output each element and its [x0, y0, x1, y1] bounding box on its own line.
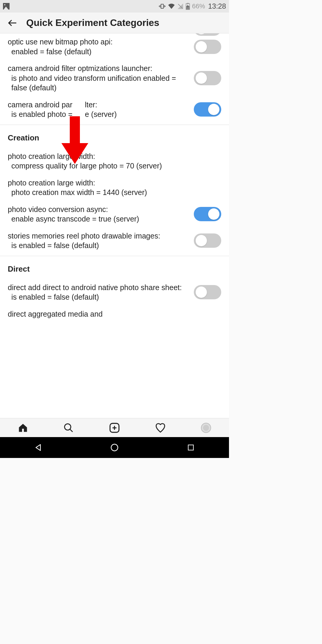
toggle-camera-filter-opt[interactable]	[194, 71, 221, 85]
divider	[0, 256, 229, 256]
nav-add[interactable]	[107, 420, 122, 435]
setting-optic-bitmap[interactable]: optic use new bitmap photo api: enabled …	[0, 33, 229, 60]
setting-direct-aggregated-partial[interactable]: direct aggregated media and	[0, 306, 229, 319]
setting-async-transcode[interactable]: photo video conversion async: enable asy…	[0, 201, 229, 227]
vibrate-icon	[159, 3, 166, 10]
status-bar: 66% 13:28	[0, 0, 229, 13]
circle-home-icon	[110, 443, 119, 452]
nav-profile[interactable]	[199, 420, 213, 435]
setting-compress-quality[interactable]: photo creation large width: compress qua…	[0, 148, 229, 174]
system-back[interactable]	[32, 442, 44, 453]
system-nav	[0, 437, 229, 458]
svg-point-14	[111, 444, 118, 451]
heart-icon	[155, 422, 166, 434]
battery-percent: 66%	[192, 2, 205, 10]
setting-max-width[interactable]: photo creation large width: photo creati…	[0, 174, 229, 201]
toggle-direct-native-share[interactable]	[194, 285, 221, 299]
setting-text: direct aggregated media and	[8, 309, 221, 319]
bottom-nav	[0, 418, 229, 437]
toggle-camera-par-filter[interactable]	[194, 102, 221, 117]
status-time: 13:28	[208, 2, 226, 10]
setting-text: camera android filter optmizations launc…	[8, 64, 194, 93]
setting-direct-native-share[interactable]: direct add direct to android native phot…	[0, 279, 229, 306]
svg-rect-0	[161, 4, 163, 8]
arrow-left-icon	[7, 17, 18, 29]
page-title: Quick Experiment Categories	[26, 17, 159, 28]
setting-text: photo creation large width: photo creati…	[8, 178, 221, 197]
wifi-icon	[168, 2, 175, 10]
search-icon	[63, 422, 74, 433]
setting-text: direct add direct to android native phot…	[8, 283, 194, 302]
svg-rect-7	[187, 3, 189, 4]
signal-icon	[177, 3, 184, 10]
content-scroll[interactable]: optic use new bitmap photo api: enabled …	[0, 33, 229, 418]
svg-rect-15	[188, 445, 193, 450]
setting-camera-par-filter[interactable]: camera android par lter: is enabled phot…	[0, 96, 229, 123]
setting-text: stories memories reel photo drawable ima…	[8, 231, 194, 250]
nav-activity[interactable]	[153, 420, 168, 435]
app-header: Quick Experiment Categories	[0, 13, 229, 33]
svg-line-10	[70, 429, 73, 432]
toggle-async-transcode[interactable]	[194, 207, 221, 221]
battery-charging-icon	[185, 3, 190, 10]
home-icon	[18, 422, 28, 433]
avatar-icon	[201, 423, 211, 433]
setting-text: camera android par lter: is enabled phot…	[8, 100, 194, 119]
triangle-back-icon	[34, 443, 43, 452]
section-header-direct: Direct	[0, 258, 229, 279]
divider	[0, 125, 229, 125]
system-recent[interactable]	[185, 442, 197, 453]
svg-point-9	[65, 424, 71, 430]
system-home[interactable]	[109, 442, 120, 453]
section-header-creation: Creation	[0, 127, 229, 148]
setting-text: optic use new bitmap photo api: enabled …	[8, 37, 194, 56]
square-recent-icon	[187, 444, 195, 451]
setting-text: photo video conversion async: enable asy…	[8, 205, 194, 224]
add-post-icon	[109, 422, 120, 434]
nav-search[interactable]	[61, 420, 76, 435]
setting-text: photo creation large width: compress qua…	[8, 151, 221, 171]
setting-stories-memories[interactable]: stories memories reel photo drawable ima…	[0, 227, 229, 254]
toggle-optic-bitmap[interactable]	[194, 40, 221, 54]
nav-home[interactable]	[16, 420, 30, 435]
picture-notification-icon	[3, 3, 10, 10]
toggle-stories-memories[interactable]	[194, 233, 221, 248]
back-button[interactable]	[6, 16, 19, 30]
setting-camera-filter-opt[interactable]: camera android filter optmizations launc…	[0, 60, 229, 96]
